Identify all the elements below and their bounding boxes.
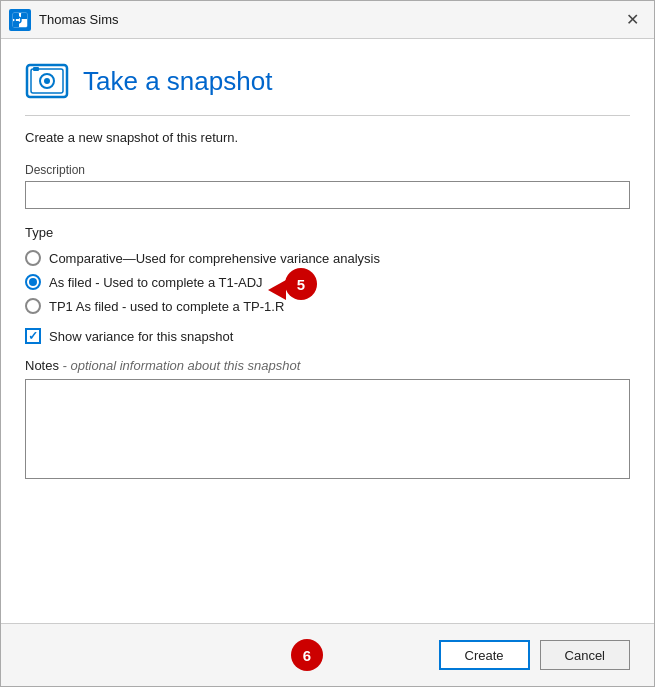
close-button[interactable]: ✕	[618, 6, 646, 34]
type-label: Type	[25, 225, 630, 240]
page-title: Take a snapshot	[83, 66, 272, 97]
app-icon	[9, 9, 31, 31]
callout-arrow-5	[268, 280, 286, 300]
header-divider	[25, 115, 630, 116]
svg-rect-4	[13, 21, 19, 27]
notes-label: Notes - optional information about this …	[25, 358, 630, 373]
description-input[interactable]	[25, 181, 630, 209]
radio-tp1asfiled-label: TP1 As filed - used to complete a TP-1.R	[49, 299, 284, 314]
radio-comparative-indicator	[25, 250, 41, 266]
notes-label-text: Notes	[25, 358, 59, 373]
content-area: Take a snapshot Create a new snapshot of…	[1, 39, 654, 623]
radio-asfiled-label: As filed - Used to complete a T1-ADJ	[49, 275, 263, 290]
checkbox-indicator: ✓	[25, 328, 41, 344]
dialog: Thomas Sims ✕ Take a snapshot Create a n…	[0, 0, 655, 687]
subtitle-text: Create a new snapshot of this return.	[25, 130, 630, 145]
title-bar: Thomas Sims ✕	[1, 1, 654, 39]
checkbox-checkmark: ✓	[28, 330, 38, 342]
footer: 6 Create Cancel	[1, 623, 654, 686]
svg-rect-2	[13, 13, 19, 19]
title-bar-text: Thomas Sims	[39, 12, 618, 27]
notes-label-italic: - optional information about this snapsh…	[63, 358, 301, 373]
radio-asfiled[interactable]: As filed - Used to complete a T1-ADJ 5	[25, 274, 630, 290]
svg-rect-3	[21, 13, 27, 19]
radio-comparative-label: Comparative—Used for comprehensive varia…	[49, 251, 380, 266]
svg-point-8	[44, 78, 50, 84]
radio-group: Comparative—Used for comprehensive varia…	[25, 250, 630, 314]
radio-asfiled-dot	[29, 278, 37, 286]
cancel-button[interactable]: Cancel	[540, 640, 630, 670]
snapshot-icon	[25, 59, 69, 103]
badge-6: 6	[291, 639, 323, 671]
svg-rect-9	[33, 67, 39, 71]
notes-textarea[interactable]	[25, 379, 630, 479]
radio-asfiled-indicator	[25, 274, 41, 290]
description-label: Description	[25, 163, 630, 177]
radio-comparative[interactable]: Comparative—Used for comprehensive varia…	[25, 250, 630, 266]
radio-tp1asfiled[interactable]: TP1 As filed - used to complete a TP-1.R	[25, 298, 630, 314]
header-section: Take a snapshot	[25, 59, 630, 103]
show-variance-checkbox[interactable]: ✓ Show variance for this snapshot	[25, 328, 630, 344]
create-button[interactable]: Create	[439, 640, 530, 670]
show-variance-label: Show variance for this snapshot	[49, 329, 233, 344]
badge-5: 5	[285, 268, 317, 300]
radio-tp1asfiled-indicator	[25, 298, 41, 314]
